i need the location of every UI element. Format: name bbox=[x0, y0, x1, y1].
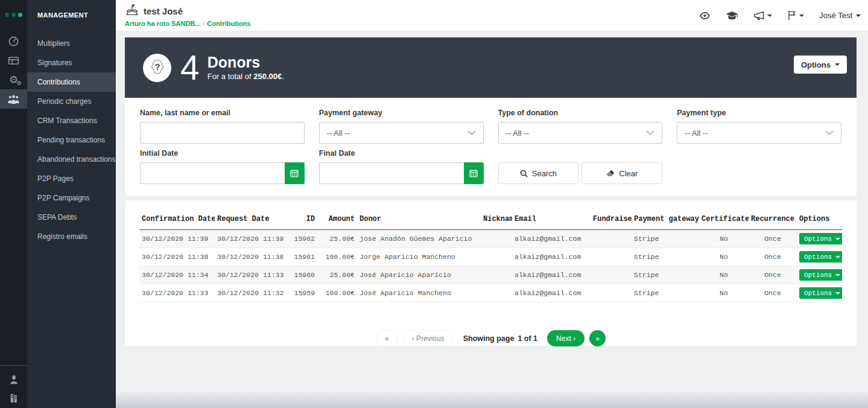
final-date-label: Final Date bbox=[319, 149, 484, 158]
panel-options-button[interactable]: Options bbox=[794, 56, 847, 74]
breadcrumb-separator: / bbox=[203, 20, 204, 27]
donors-title: Donors bbox=[207, 54, 284, 71]
payment-type-filter-label: Payment type bbox=[677, 109, 841, 118]
gauge-icon[interactable] bbox=[0, 31, 27, 51]
sidebar-item-crm-transactions[interactable]: CRM Transactions bbox=[27, 111, 116, 130]
cell-request-date: 30/12/2020 11:38 bbox=[215, 248, 288, 266]
cell-donor: José Aparicio Mancheno bbox=[357, 284, 481, 302]
col-amount: Amount bbox=[317, 211, 357, 230]
main-area: test José Arturo ha roto SANDB.../Contri… bbox=[116, 0, 868, 408]
page-status: Showing page 1 of 1 bbox=[463, 334, 537, 343]
cell-recurrence: Once bbox=[749, 284, 797, 302]
topbar-left: test José Arturo ha roto SANDB.../Contri… bbox=[125, 4, 250, 27]
chevron-down-icon bbox=[835, 63, 840, 66]
cell-id: 15962 bbox=[288, 230, 317, 248]
gears-icon[interactable]: ⚙⚙ bbox=[0, 70, 27, 89]
col-nickname: Nickname bbox=[481, 211, 512, 230]
sidebar-item-periodic-charges[interactable]: Periodic charges bbox=[27, 92, 116, 111]
cell-confirmation-date: 30/12/2020 11:34 bbox=[139, 266, 215, 284]
next-page-button[interactable]: Next › bbox=[547, 330, 584, 346]
cell-request-date: 30/12/2020 11:39 bbox=[215, 230, 288, 248]
cell-email: alkaiz@gmail.com bbox=[512, 266, 591, 284]
user-menu[interactable]: José Test bbox=[819, 11, 861, 20]
contributions-table-panel: Confirmation Date Request Date ID Amount… bbox=[125, 200, 857, 346]
row-options-button[interactable]: Options bbox=[799, 233, 842, 244]
brand-dots bbox=[5, 13, 22, 17]
cell-fundraiser bbox=[591, 266, 632, 284]
cell-options: Options bbox=[797, 230, 842, 248]
sidebar-item-multipliers[interactable]: Multipliers bbox=[27, 34, 116, 53]
sidebar-item-sepa-debts[interactable]: SEPA Debts bbox=[27, 208, 116, 227]
previous-page-button[interactable]: ‹ Previous bbox=[403, 330, 454, 346]
rail-bottom bbox=[0, 365, 27, 408]
col-confirmation-date: Confirmation Date bbox=[139, 211, 215, 230]
app-root: ⚙⚙ MANAGEMENT Multipliers Signatures Con… bbox=[0, 0, 868, 408]
cell-nickname bbox=[481, 266, 512, 284]
last-page-button[interactable]: » bbox=[589, 330, 606, 346]
payment-type-select[interactable]: -- All -- bbox=[677, 122, 841, 144]
megaphone-icon[interactable] bbox=[753, 11, 772, 21]
graduation-cap-icon[interactable] bbox=[726, 11, 738, 21]
cell-recurrence: Once bbox=[749, 266, 797, 284]
clear-button[interactable]: Clear bbox=[581, 162, 662, 184]
cell-donor: jose Anadón Güemes Aparicio bbox=[357, 230, 481, 248]
sidebar-item-registro-emails[interactable]: Registro emails bbox=[27, 227, 116, 246]
brand-dot bbox=[18, 13, 22, 17]
cell-options: Options bbox=[797, 284, 842, 302]
person-icon[interactable] bbox=[0, 371, 27, 389]
eraser-icon bbox=[606, 170, 615, 177]
search-button[interactable]: Search bbox=[498, 162, 579, 184]
cell-recurrence: Once bbox=[749, 248, 797, 266]
row-options-button[interactable]: Options bbox=[799, 251, 842, 263]
cell-amount: 25.00€ bbox=[317, 266, 357, 284]
chevron-down-icon bbox=[856, 14, 861, 17]
cake-icon bbox=[125, 4, 139, 18]
sidebar: MANAGEMENT Multipliers Signatures Contri… bbox=[27, 0, 116, 408]
payment-gateway-select[interactable]: -- All -- bbox=[319, 122, 484, 144]
building-icon[interactable] bbox=[0, 389, 27, 407]
icon-rail: ⚙⚙ bbox=[0, 0, 27, 408]
initial-date-input[interactable] bbox=[140, 162, 285, 184]
final-date-calendar-button[interactable] bbox=[464, 162, 484, 184]
chevron-down-icon bbox=[799, 14, 804, 17]
sidebar-header: MANAGEMENT bbox=[27, 11, 116, 19]
flag-icon[interactable] bbox=[787, 10, 804, 21]
breadcrumb-parent-link[interactable]: Arturo ha roto SANDB... bbox=[125, 20, 200, 27]
chevron-down-icon bbox=[835, 274, 840, 276]
sidebar-item-contributions[interactable]: Contributions bbox=[27, 72, 116, 92]
cell-payment-gateway: Stripe bbox=[632, 284, 699, 302]
cell-certificate: No bbox=[699, 266, 749, 284]
chevron-down-icon bbox=[835, 256, 840, 258]
donation-type-select[interactable]: -- All -- bbox=[498, 122, 663, 144]
cell-fundraiser bbox=[591, 284, 632, 302]
row-options-button[interactable]: Options bbox=[799, 287, 842, 299]
sidebar-item-p2p-pages[interactable]: P2P Pages bbox=[27, 169, 116, 188]
card-gap bbox=[125, 196, 857, 200]
cell-certificate: No bbox=[699, 284, 749, 302]
name-filter-input[interactable] bbox=[140, 122, 305, 144]
breadcrumb-current-link[interactable]: Contributions bbox=[207, 20, 250, 27]
eye-icon[interactable] bbox=[699, 11, 711, 20]
col-request-date: Request Date bbox=[215, 211, 288, 230]
col-donor: Donor bbox=[357, 211, 481, 230]
first-page-button[interactable]: « bbox=[376, 330, 398, 346]
col-payment-gateway: Payment gateway bbox=[632, 211, 699, 230]
cell-donor: José Aparicio Aparicio bbox=[357, 266, 481, 284]
cell-nickname bbox=[481, 230, 512, 248]
cell-options: Options bbox=[797, 248, 842, 266]
sidebar-item-abandoned-transactions[interactable]: Abandoned transactions bbox=[27, 150, 116, 169]
row-options-button[interactable]: Options bbox=[799, 269, 842, 281]
cell-id: 15959 bbox=[288, 284, 317, 302]
chevron-down-icon bbox=[646, 130, 654, 135]
cards-icon[interactable] bbox=[0, 51, 27, 70]
final-date-input[interactable] bbox=[319, 162, 464, 184]
cell-options: Options bbox=[797, 266, 842, 284]
sidebar-item-pending-transactions[interactable]: Pending transactions bbox=[27, 130, 116, 150]
donors-summary-panel: ? 4 Donors For a total of 250.00€. Optio… bbox=[125, 37, 857, 98]
sidebar-item-p2p-campaigns[interactable]: P2P Campaigns bbox=[27, 188, 116, 208]
page-title: test José bbox=[144, 6, 183, 16]
initial-date-calendar-button[interactable] bbox=[285, 162, 305, 184]
table-row: 30/12/2020 11:39 30/12/2020 11:39 15962 … bbox=[139, 230, 842, 248]
sidebar-item-signatures[interactable]: Signatures bbox=[27, 53, 116, 72]
people-icon[interactable] bbox=[0, 89, 27, 109]
